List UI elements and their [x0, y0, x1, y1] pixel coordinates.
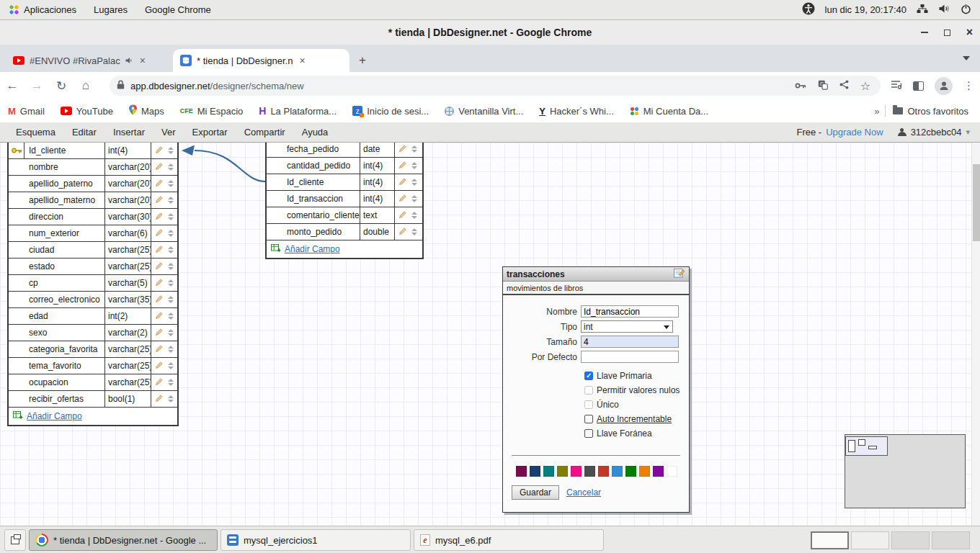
- schema-canvas[interactable]: Id_cliente int(4) nombre varchar(20): [0, 143, 980, 526]
- profile-avatar[interactable]: [935, 77, 953, 95]
- color-swatch[interactable]: [584, 466, 595, 477]
- bookmark-mi-cuenta[interactable]: Mi Cuenta Da...: [622, 106, 716, 117]
- edit-field-pencil-icon[interactable]: [398, 194, 407, 204]
- table-pedidos[interactable]: fecha_pedido date cantidad_pedido int(4): [265, 143, 424, 259]
- edit-field-pencil-icon[interactable]: [155, 344, 164, 355]
- minimap[interactable]: [845, 434, 966, 508]
- bookmark-la-plataforma[interactable]: HLa Plataforma...: [251, 105, 344, 117]
- table-field-row[interactable]: comentario_cliente text: [267, 207, 422, 224]
- table-field-row[interactable]: Id_cliente int(4): [9, 143, 177, 159]
- edit-field-pencil-icon[interactable]: [155, 278, 164, 289]
- menu-item[interactable]: Esquema: [13, 125, 58, 139]
- table-field-row[interactable]: cp varchar(5): [9, 275, 177, 292]
- reorder-field-icon[interactable]: [168, 379, 174, 386]
- table-field-row[interactable]: apellido_materno varchar(20): [9, 192, 177, 209]
- color-swatch[interactable]: [543, 466, 554, 477]
- tab-youtube[interactable]: #ENVIVO #RivaPalac ×: [6, 49, 173, 72]
- edit-field-pencil-icon[interactable]: [398, 177, 407, 188]
- reorder-field-icon[interactable]: [411, 228, 417, 235]
- edit-field-pencil-icon[interactable]: [155, 311, 164, 322]
- add-field-link[interactable]: Añadir Campo: [27, 411, 82, 421]
- bookmarks-overflow-chevron[interactable]: »: [874, 106, 879, 117]
- reorder-field-icon[interactable]: [168, 147, 174, 154]
- workspace-4[interactable]: [932, 531, 970, 549]
- table-field-row[interactable]: edad int(2): [9, 308, 177, 325]
- reorder-field-icon[interactable]: [168, 180, 174, 187]
- cancel-link[interactable]: Cancelar: [566, 487, 601, 498]
- edit-table-icon[interactable]: [674, 268, 685, 280]
- dialog-checkbox-row[interactable]: Llave Primaria: [584, 369, 689, 383]
- forward-button[interactable]: →: [24, 78, 49, 93]
- reorder-field-icon[interactable]: [411, 212, 417, 219]
- clock[interactable]: lun dic 19, 20:17:40: [825, 4, 906, 15]
- edit-field-pencil-icon[interactable]: [398, 227, 407, 238]
- checkbox[interactable]: [584, 386, 593, 395]
- table-field-row[interactable]: categoria_favorita varchar(25): [9, 341, 177, 358]
- password-key-icon[interactable]: [795, 81, 806, 91]
- table-field-row[interactable]: tema_favorito varchar(25): [9, 358, 177, 374]
- bookmark-youtube[interactable]: YouTube: [53, 106, 121, 117]
- color-swatch[interactable]: [667, 466, 677, 477]
- checkbox[interactable]: [584, 415, 593, 423]
- checkbox[interactable]: [584, 429, 593, 438]
- bookmark-maps[interactable]: Maps: [121, 104, 172, 117]
- workspace-2[interactable]: [851, 531, 889, 549]
- table-field-row[interactable]: Id_transaccion int(4): [267, 191, 422, 207]
- reorder-field-icon[interactable]: [411, 145, 417, 153]
- bookmark-gmail[interactable]: MGmail: [0, 106, 53, 117]
- color-swatch[interactable]: [612, 466, 623, 477]
- edit-field-pencil-icon[interactable]: [155, 328, 164, 338]
- reorder-field-icon[interactable]: [168, 395, 174, 403]
- minimap-viewport[interactable]: [845, 436, 888, 456]
- workspace-1[interactable]: [811, 531, 849, 549]
- menu-item[interactable]: Insertar: [110, 125, 148, 139]
- accessibility-icon[interactable]: [802, 2, 815, 17]
- reading-list-icon[interactable]: [891, 79, 902, 92]
- translate-icon[interactable]: G: [818, 80, 828, 92]
- power-icon[interactable]: [961, 4, 971, 17]
- edit-field-pencil-icon[interactable]: [398, 210, 407, 221]
- bookmark-ventanilla[interactable]: Ventanilla Virt...: [437, 106, 531, 117]
- table-field-row[interactable]: monto_pedido double: [267, 224, 422, 240]
- edit-field-pencil-icon[interactable]: [398, 161, 407, 171]
- upgrade-link[interactable]: Upgrade Now: [826, 127, 883, 138]
- tamano-input[interactable]: [581, 336, 679, 348]
- reorder-field-icon[interactable]: [168, 197, 174, 204]
- edit-field-pencil-icon[interactable]: [155, 377, 164, 388]
- edit-field-pencil-icon[interactable]: [155, 245, 164, 256]
- vertical-scrollbar[interactable]: [971, 143, 980, 526]
- side-panel-icon[interactable]: [913, 81, 924, 91]
- places-menu[interactable]: Lugares: [85, 0, 136, 19]
- reorder-field-icon[interactable]: [168, 230, 174, 237]
- menu-item[interactable]: Editar: [69, 125, 99, 139]
- edit-field-pencil-icon[interactable]: [155, 394, 164, 405]
- volume-icon[interactable]: [938, 4, 950, 16]
- table-field-row[interactable]: nombre varchar(20): [9, 159, 177, 176]
- color-swatch[interactable]: [625, 466, 636, 477]
- reorder-field-icon[interactable]: [411, 195, 417, 202]
- reorder-field-icon[interactable]: [168, 313, 174, 320]
- applications-menu[interactable]: Aplicaciones: [0, 0, 85, 19]
- checkbox[interactable]: [584, 372, 593, 380]
- reorder-field-icon[interactable]: [168, 329, 174, 336]
- color-swatch[interactable]: [598, 466, 609, 477]
- reorder-field-icon[interactable]: [168, 263, 174, 270]
- bookmark-mi-espacio[interactable]: CFEMi Espacio: [172, 106, 251, 117]
- nombre-input[interactable]: [581, 305, 679, 318]
- reorder-field-icon[interactable]: [411, 179, 417, 186]
- active-app-menu[interactable]: Google Chrome: [136, 0, 220, 19]
- tab-search-chevron-icon[interactable]: [963, 56, 970, 60]
- reorder-field-icon[interactable]: [168, 296, 174, 303]
- save-button[interactable]: Guardar: [512, 485, 559, 500]
- tab-dbdesigner[interactable]: * tienda | DbDesigner.n ×: [173, 49, 349, 72]
- checkbox[interactable]: [584, 400, 593, 409]
- edit-field-pencil-icon[interactable]: [155, 145, 164, 156]
- reorder-field-icon[interactable]: [168, 362, 174, 369]
- menu-item[interactable]: Exportar: [189, 125, 230, 139]
- color-swatch[interactable]: [571, 466, 582, 477]
- table-field-row[interactable]: direccion varchar(30): [9, 209, 177, 225]
- table-field-row[interactable]: Id_cliente int(4): [267, 174, 422, 191]
- color-swatch[interactable]: [530, 466, 540, 477]
- home-button[interactable]: ⌂: [74, 78, 98, 93]
- edit-field-pencil-icon[interactable]: [155, 295, 164, 305]
